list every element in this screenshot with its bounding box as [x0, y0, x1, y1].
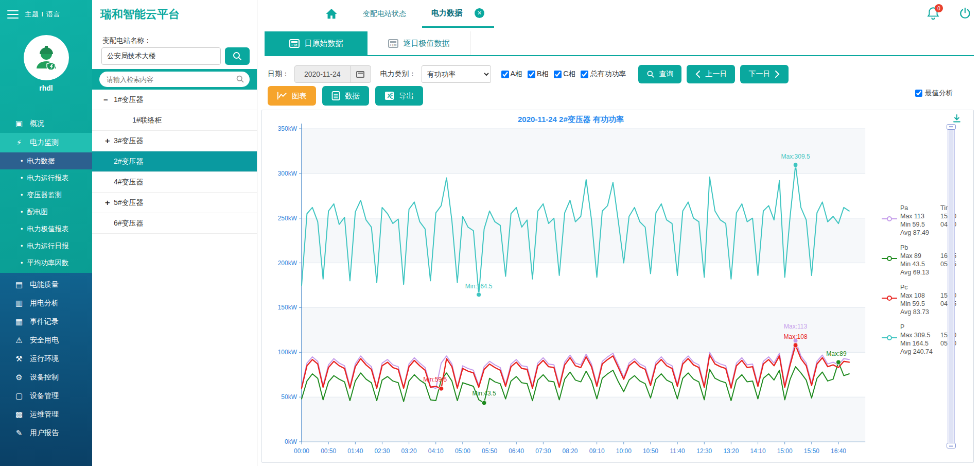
sidebar-item-电力运行报表[interactable]: 电力运行报表	[0, 169, 92, 186]
home-icon[interactable]	[324, 7, 339, 21]
tree-item-label: 4#变压器	[114, 178, 144, 187]
tab-daily-extreme-data[interactable]: +1M 逐日极值数据	[367, 31, 470, 55]
excel-export-icon: X	[384, 91, 394, 100]
document-icon	[331, 91, 340, 100]
legend-stat-row: Avg 240.74	[900, 348, 968, 356]
sidebar-item-运维管理[interactable]: ▩运维管理	[0, 405, 92, 424]
breadcrumb-tab-station-status[interactable]: 变配电站状态	[363, 9, 406, 19]
sidebar-item-用户报告[interactable]: ✎用户报告	[0, 424, 92, 442]
y-axis-label: 0kW	[285, 438, 297, 445]
legend-marker-P	[882, 334, 897, 339]
series-line-Pb	[302, 362, 849, 403]
y-axis-label: 250kW	[278, 215, 297, 222]
tree-item-label: 3#变压器	[114, 136, 144, 146]
sidebar-item-用电分析[interactable]: ▥用电分析	[0, 294, 92, 313]
phase-checkbox-group: A相B相C相总有功功率	[501, 70, 626, 79]
checkbox-A相[interactable]: A相	[501, 70, 522, 79]
sidebar-item-事件记录[interactable]: ▦事件记录	[0, 313, 92, 331]
next-day-button[interactable]: 下一日	[740, 65, 789, 83]
legend-item-Pc[interactable]: PcMax 10815:20Min 59.504:15Avg 83.73	[882, 283, 968, 316]
sidebar-item-平均功率因数[interactable]: 平均功率因数	[0, 254, 92, 271]
sidebar-item-安全用电[interactable]: ⚠安全用电	[0, 331, 92, 350]
power-type-select[interactable]: 有功功率	[422, 65, 491, 83]
sidebar-item-电力极值报表[interactable]: 电力极值报表	[0, 220, 92, 237]
sidebar-item-变压器监测[interactable]: 变压器监测	[0, 186, 92, 203]
tree-item-6#变压器[interactable]: 6#变压器	[92, 213, 257, 234]
expand-icon[interactable]: ＋	[103, 136, 114, 146]
calendar-button[interactable]	[350, 65, 371, 83]
datazoom-fill	[949, 129, 953, 443]
export-button[interactable]: X 导出	[375, 86, 423, 106]
top-header: 变配电站状态 电力数据 ✕ 0	[257, 0, 980, 28]
query-button[interactable]: 查询	[638, 65, 681, 83]
station-name-input[interactable]	[101, 47, 221, 65]
tab-daily-raw-data[interactable]: +1d 日原始数据	[265, 31, 367, 55]
sidebar-item-label: 安全用电	[30, 336, 59, 345]
datazoom-handle-bottom[interactable]	[947, 443, 956, 448]
checkbox-input-C相[interactable]	[554, 71, 562, 78]
tree-item-4#变压器[interactable]: 4#变压器	[92, 172, 257, 193]
line-chart-icon	[277, 91, 287, 100]
download-icon[interactable]	[952, 113, 962, 124]
data-view-button[interactable]: 数据	[322, 86, 369, 106]
breadcrumb-tab-power-data[interactable]: 电力数据	[431, 8, 462, 18]
sidebar-item-电力监测[interactable]: ⚡电力监测	[0, 133, 92, 152]
collapse-icon[interactable]: −	[103, 95, 114, 104]
prev-day-button[interactable]: 上一日	[687, 65, 735, 83]
sidebar-item-label: 事件记录	[30, 317, 59, 326]
checkbox-B相[interactable]: B相	[528, 70, 549, 79]
tree-item-2#变压器[interactable]: 2#变压器	[92, 151, 257, 172]
extreme-analysis-checkbox[interactable]: 最值分析	[915, 89, 953, 98]
legend-stat-row: Min 59.504:10	[900, 220, 968, 229]
legend-item-P[interactable]: PMax 309.515:20Min 164.505:30Avg 240.74	[882, 323, 968, 356]
hamburger-icon[interactable]	[7, 10, 19, 19]
sidebar-item-概况[interactable]: ▣概况	[0, 114, 92, 133]
datazoom-handle-top[interactable]	[947, 124, 956, 130]
sidebar-item-设备管理[interactable]: ▢设备管理	[0, 387, 92, 405]
x-axis-label: 05:00	[455, 447, 470, 455]
chart-view-button[interactable]: 图表	[268, 86, 316, 106]
x-axis-label: 12:30	[696, 447, 712, 455]
sidebar-header: 主题 I 语言	[0, 0, 92, 28]
calendar-icon	[356, 71, 364, 78]
sidebar-item-电力运行日报[interactable]: 电力运行日报	[0, 237, 92, 254]
tree-item-5#变压器[interactable]: ＋5#变压器	[92, 193, 257, 213]
legend-item-Pa[interactable]: PaTimeMax 11315:20Min 59.504:10Avg 87.49	[882, 204, 968, 237]
legend-series-name: Pc	[900, 283, 940, 291]
sidebar-item-设备控制[interactable]: ⚙设备控制	[0, 368, 92, 387]
expand-icon[interactable]: ＋	[103, 198, 114, 208]
sidebar-item-电能质量[interactable]: ▤电能质量	[0, 275, 92, 294]
tree-item-1#联络柜[interactable]: 1#联络柜	[92, 110, 257, 131]
station-search-button[interactable]	[225, 47, 250, 65]
marker-dot-Max:108	[793, 343, 798, 348]
sidebar-item-label: 平均功率因数	[27, 258, 69, 268]
设备控制-icon: ⚙	[12, 373, 26, 382]
extreme-analysis-check[interactable]	[915, 90, 922, 97]
tree-item-1#变压器[interactable]: −1#变压器	[92, 90, 257, 110]
date-picker[interactable]: 2020-11-24	[294, 65, 371, 83]
legend-stat-value: Max 108	[900, 291, 940, 300]
marker-dot-Max:309.5	[793, 163, 798, 167]
legend-stat-value: Avg 83.73	[900, 308, 940, 316]
sidebar-item-label: 概况	[30, 119, 44, 128]
power-line-chart[interactable]: 0kW50kW100kW150kW200kW250kW300kW350kW00:…	[263, 112, 881, 461]
close-tab-icon[interactable]: ✕	[475, 8, 484, 18]
checkbox-C相[interactable]: C相	[554, 70, 575, 79]
sidebar-item-运行环境[interactable]: ⚒运行环境	[0, 350, 92, 368]
datazoom-slider[interactable]	[948, 125, 955, 448]
checkbox-input-总有功功率[interactable]	[581, 71, 588, 78]
tree-search-input[interactable]	[107, 76, 234, 83]
legend-marker-Pb	[882, 255, 897, 260]
tree-item-3#变压器[interactable]: ＋3#变压器	[92, 131, 257, 151]
checkbox-总有功功率[interactable]: 总有功功率	[581, 70, 626, 79]
notifications-bell[interactable]: 0	[926, 6, 940, 23]
theme-language-switch[interactable]: 主题 I 语言	[25, 10, 61, 19]
sidebar-item-label: 电力极值报表	[27, 225, 69, 234]
checkbox-input-B相[interactable]	[528, 71, 535, 78]
sidebar-item-电力数据[interactable]: 电力数据	[0, 152, 92, 169]
tree-item-label: 1#联络柜	[132, 116, 162, 125]
logout-power-button[interactable]	[958, 7, 972, 22]
sidebar-item-配电图[interactable]: 配电图	[0, 203, 92, 220]
checkbox-input-A相[interactable]	[501, 71, 509, 78]
legend-item-Pb[interactable]: PbMax 8916:45Min 43.505:35Avg 69.13	[882, 244, 968, 277]
